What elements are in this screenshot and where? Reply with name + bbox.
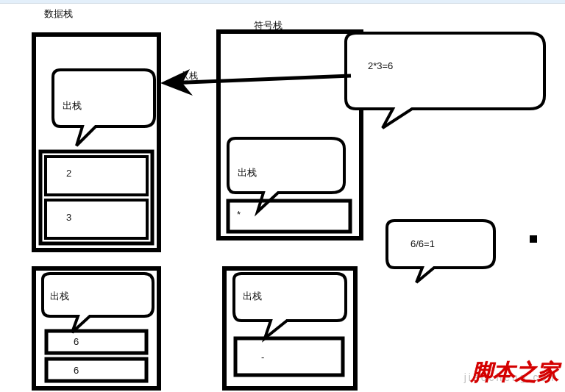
pop-label-3: 出栈	[50, 290, 69, 303]
pop-label-4: 出栈	[243, 290, 262, 303]
pop-label-2: 出栈	[238, 166, 257, 179]
data-stack-cell-top: 2	[66, 168, 71, 179]
svg-rect-5	[228, 201, 350, 232]
svg-rect-10	[46, 359, 146, 381]
black-dot-icon	[530, 235, 537, 243]
data2-cell-top: 6	[74, 336, 79, 347]
symbol2-cell: -	[261, 352, 264, 363]
svg-rect-9	[46, 331, 146, 353]
diagram-svg	[0, 0, 565, 392]
calc-div: 6/6=1	[411, 238, 435, 249]
diagram-canvas: 数据栈 符号栈 入栈 出栈 2 3 出	[0, 0, 565, 392]
data-stack-cell-bottom: 3	[66, 212, 71, 223]
push-label: 入栈	[180, 70, 198, 82]
svg-rect-12	[235, 338, 343, 375]
svg-rect-1	[40, 152, 152, 243]
svg-rect-0	[34, 35, 159, 250]
watermark-brand: 脚本之家	[471, 357, 559, 388]
svg-rect-3	[46, 200, 147, 238]
data2-cell-bottom: 6	[74, 365, 79, 376]
svg-rect-2	[46, 157, 147, 195]
svg-rect-4	[218, 32, 361, 238]
calc-mult: 2*3=6	[368, 60, 393, 71]
pop-label-1: 出栈	[63, 99, 82, 113]
symbol-stack-cell: *	[237, 209, 241, 220]
